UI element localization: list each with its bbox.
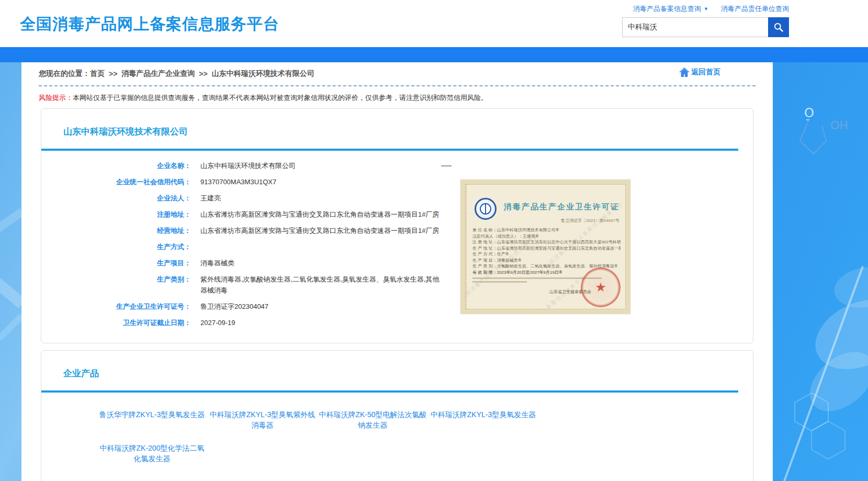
field-row-license-number: 生产企业卫生许可证号： 鲁卫消证字202304047 <box>41 301 753 312</box>
risk-notice: 风险提示：本网站仅基于已掌握的信息提供查询服务，查询结果不代表本网站对被查询对象… <box>21 86 773 102</box>
certificate-title: 消毒产品生产企业卫生许可证 <box>504 202 619 212</box>
company-info-card: 山东中科瑞沃环境技术有限公司 企业名称： 山东中科瑞沃环境技术有限公司 企业统一… <box>41 108 753 343</box>
certificate-line: 注 册 地 址：山东省潍坊高新区玉清东街以北中心次干道以西高新大厦902号科研楼… <box>472 239 621 245</box>
field-value: 鲁卫消证字202304047 <box>200 301 268 312</box>
certificate-line: 生 产 方 式：生产※ <box>472 251 621 258</box>
back-home-label: 返回首页 <box>691 68 720 77</box>
certificate-number: 鲁卫消证字〔2023〕第04047号 <box>561 218 619 223</box>
field-row-production-method: 生产方式： <box>41 241 753 252</box>
nav-filing-query-link[interactable]: 消毒产品备案信息查询 ▼ <box>633 4 708 14</box>
header-blue-band <box>0 47 868 62</box>
field-row-production-project: 生产项目： 消毒器械类 <box>41 258 753 269</box>
field-row-production-category: 生产类别： 紫外线消毒器,次氯酸钠发生器,二氧化氯发生器,臭氧发生器、臭氧水发生… <box>41 274 753 296</box>
product-link[interactable]: 鲁沃华宇牌ZKYL-3型臭氧发生器 <box>97 409 207 430</box>
search-bar <box>622 17 789 37</box>
svg-text:O: O <box>804 106 814 120</box>
field-label: 生产企业卫生许可证号： <box>41 301 191 312</box>
search-input[interactable] <box>622 17 768 37</box>
field-row-registered-address: 注册地址： 山东省潍坊市高新区潍安路与宝通街交叉路口东北角自动变速器一期项目1#… <box>41 209 753 220</box>
certificate-emblem-icon <box>475 198 497 220</box>
field-row-business-address: 经营地址： 山东省潍坊市高新区潍安路与宝通街交叉路口东北角自动变速器一期项目1#… <box>41 225 753 236</box>
field-row-company-name: 企业名称： 山东中科瑞沃环境技术有限公司 <box>41 160 753 171</box>
breadcrumb-prefix: 您现在的位置： <box>39 69 90 79</box>
breadcrumb-separator: >> <box>199 70 207 78</box>
field-value: 消毒器械类 <box>200 258 234 269</box>
field-value: 山东省潍坊市高新区潍安路与宝通街交叉路口东北角自动变速器一期项目1#厂房 <box>200 225 439 236</box>
breadcrumb-separator: >> <box>109 70 117 78</box>
certificate-line: 单 位 名 称：山东中科瑞沃环境技术有限公司※ <box>472 227 621 233</box>
nav-responsible-unit-query-link[interactable]: 消毒产品责任单位查询 <box>721 4 789 14</box>
product-link[interactable]: 中科瑞沃牌ZKYL-3型臭氧发生器 <box>428 409 538 430</box>
certificate-line: 生 产 地 址：山东省潍坊市高新区潍安路与宝通街交叉路口东北角自动变速器一期项目… <box>472 245 621 252</box>
risk-notice-text: 本网站仅基于已掌握的信息提供查询服务，查询结果不代表本网站对被查询对象信用状况的… <box>73 94 488 102</box>
products-card: 企业产品 鲁沃华宇牌ZKYL-3型臭氧发生器 中科瑞沃牌ZKYL-3型臭氧紫外线… <box>41 350 753 481</box>
search-icon <box>773 22 784 32</box>
field-value: 紫外线消毒器,次氯酸钠发生器,二氧化氯发生器,臭氧发生器、臭氧水发生器,其他器械… <box>200 274 440 296</box>
top-nav: 消毒产品备案信息查询 ▼ 消毒产品责任单位查询 <box>622 4 789 14</box>
field-row-legal-person: 企业法人： 王建亮 <box>41 193 753 204</box>
products-card-title: 企业产品 <box>41 351 753 379</box>
product-list: 鲁沃华宇牌ZKYL-3型臭氧发生器 中科瑞沃牌ZKYL-3型臭氧紫外线消毒器 中… <box>41 393 557 481</box>
chevron-down-icon: ▼ <box>704 6 708 12</box>
field-value: 王建亮 <box>200 193 221 204</box>
seal-star-icon: ★ <box>595 280 606 295</box>
company-fields: 企业名称： 山东中科瑞沃环境技术有限公司 企业统一社会信用代码： 9137070… <box>41 151 753 343</box>
header: 全国消毒产品网上备案信息服务平台 消毒产品备案信息查询 ▼ 消毒产品责任单位查询 <box>0 0 868 47</box>
hygiene-license-certificate-image[interactable]: 全国消毒产品网上备案信息服务平台 全国消毒产品网上备案信息服务平台 全国消毒产品… <box>460 180 630 314</box>
field-label: 企业法人： <box>41 193 191 204</box>
field-label: 注册地址： <box>41 209 191 220</box>
company-name-title: 山东中科瑞沃环境技术有限公司 <box>41 109 753 137</box>
content-area: 您现在的位置： 首页 >> 消毒产品生产企业查询 >> 山东中科瑞沃环境技术有限… <box>21 62 773 481</box>
chemistry-molecule-decoration: O OH <box>763 62 868 481</box>
breadcrumb-enterprise-query-link[interactable]: 消毒产品生产企业查询 <box>121 69 195 79</box>
left-background-decoration <box>0 62 21 481</box>
collapsed-element-dash <box>441 165 452 166</box>
field-label: 经营地址： <box>41 225 191 236</box>
red-seal-icon: ★ <box>581 267 621 307</box>
field-value: 山东中科瑞沃环境技术有限公司 <box>200 160 296 171</box>
field-row-license-expiry: 卫生许可证截止日期： 2027-09-19 <box>41 317 753 328</box>
field-label: 生产方式： <box>41 241 191 252</box>
field-label: 企业名称： <box>41 160 191 171</box>
site-title: 全国消毒产品网上备案信息服务平台 <box>20 14 279 35</box>
certificate-line: 法定代表人（或负责人）：王建亮※ <box>472 233 621 240</box>
product-link[interactable]: 中科瑞沃牌ZK-200型化学法二氧化氯发生器 <box>97 443 207 464</box>
breadcrumb-current-page: 山东中科瑞沃环境技术有限公司 <box>212 69 314 79</box>
nav-filing-query-label: 消毒产品备案信息查询 <box>633 4 701 14</box>
field-value: 91370700MA3M3U1QX7 <box>200 176 276 187</box>
breadcrumb-home-link[interactable]: 首页 <box>90 69 105 79</box>
field-value: 2027-09-19 <box>200 317 235 328</box>
search-button[interactable] <box>768 17 789 37</box>
field-value: 山东省潍坊市高新区潍安路与宝通街交叉路口东北角自动变速器一期项目1#厂房 <box>200 209 439 220</box>
product-link[interactable]: 中科瑞沃牌ZK-50型电解法次氯酸钠发生器 <box>318 409 428 430</box>
page: O OH 全国消毒产品网上备案信息服务平台 消毒产品备案信息查询 ▼ 消毒产品责… <box>0 0 868 481</box>
field-row-credit-code: 企业统一社会信用代码： 91370700MA3M3U1QX7 <box>41 176 753 187</box>
field-label: 企业统一社会信用代码： <box>41 176 191 187</box>
breadcrumb: 您现在的位置： 首页 >> 消毒产品生产企业查询 >> 山东中科瑞沃环境技术有限… <box>21 62 773 85</box>
risk-notice-label: 风险提示： <box>39 94 73 102</box>
product-link[interactable]: 中科瑞沃牌ZKYL-3型臭氧紫外线消毒器 <box>207 409 318 430</box>
back-home-link[interactable]: 返回首页 <box>679 67 720 77</box>
field-label: 生产项目： <box>41 258 191 269</box>
certificate-line: 生 产 项 目：消毒器械类※ <box>472 258 621 264</box>
home-icon <box>679 67 690 77</box>
svg-text:OH: OH <box>830 119 848 132</box>
nav-responsible-unit-query-label: 消毒产品责任单位查询 <box>721 4 789 14</box>
header-right: 消毒产品备案信息查询 ▼ 消毒产品责任单位查询 <box>622 4 789 37</box>
field-label: 卫生许可证截止日期： <box>41 317 191 328</box>
field-label: 生产类别： <box>41 274 191 296</box>
